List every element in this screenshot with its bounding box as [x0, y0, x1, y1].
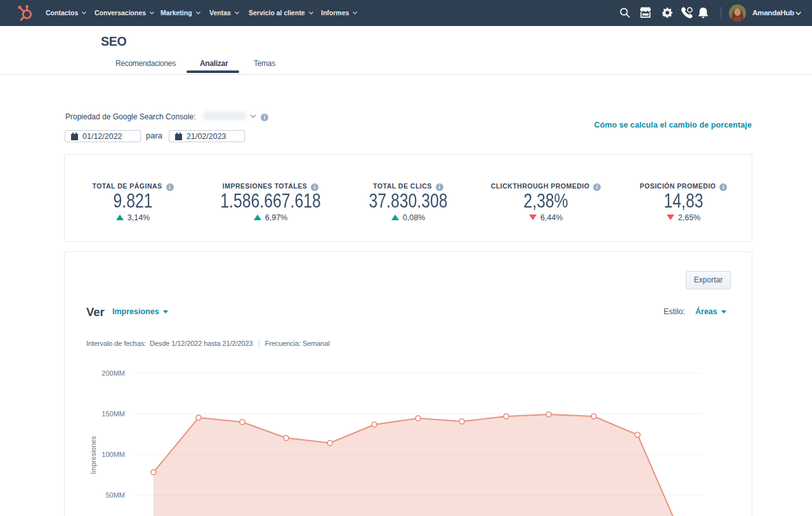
svg-text:50MM: 50MM [105, 491, 125, 499]
svg-text:Impresiones: Impresiones [89, 436, 97, 474]
svg-text:150MM: 150MM [102, 410, 125, 418]
svg-text:100MM: 100MM [102, 451, 125, 458]
svg-text:200MM: 200MM [102, 369, 125, 377]
